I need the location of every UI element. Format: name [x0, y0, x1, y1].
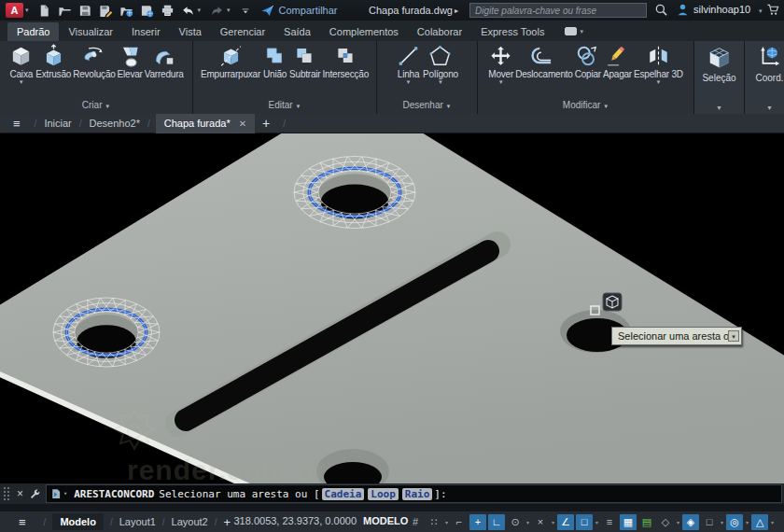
box-button[interactable]: Caixa▼: [7, 44, 35, 85]
toggle-3d-object-snap[interactable]: ◇: [657, 514, 674, 530]
user-icon[interactable]: [676, 3, 690, 17]
toggle-snap[interactable]: ∷: [426, 514, 442, 530]
ribbon-tab-complementos[interactable]: Complementos: [320, 22, 408, 41]
open-web-mobile-button[interactable]: [119, 4, 133, 18]
space-mode-label[interactable]: MODELO: [363, 515, 408, 526]
layout-tab-layout2[interactable]: Layout2: [172, 516, 208, 527]
search-input[interactable]: [469, 3, 647, 18]
save-as-button[interactable]: [99, 4, 113, 18]
toggle-object-snap-caret-icon[interactable]: ▾: [595, 519, 598, 525]
ribbon-tab-express-tools[interactable]: Express Tools: [471, 22, 553, 41]
ribbon-panel-sele-o[interactable]: Seleção▼: [694, 41, 745, 114]
subtract-button[interactable]: Subtrair: [288, 44, 321, 79]
ribbon-tab-inserir[interactable]: Inserir: [122, 22, 170, 41]
command-input[interactable]: ▾ ARESTACONCORD Selecionar uma aresta ou…: [46, 484, 782, 503]
coord-axes-caret-icon[interactable]: ▼: [766, 105, 773, 111]
ribbon-display-options-button[interactable]: ▾: [565, 27, 583, 41]
intersect-button[interactable]: Intersecção: [322, 44, 371, 79]
file-tab-desenho2-[interactable]: Desenho2*: [88, 118, 142, 129]
ribbon-tab-colaborar[interactable]: Colaborar: [408, 22, 471, 41]
ribbon-panel-footer-modificar[interactable]: Modificar ▼: [478, 100, 693, 114]
offset-button[interactable]: Deslocamento: [514, 44, 574, 79]
polygon-caret-icon[interactable]: ▼: [438, 80, 443, 85]
save-file-button[interactable]: [78, 4, 92, 18]
file-tab-iniciar[interactable]: Iniciar: [42, 118, 73, 129]
toggle-grid[interactable]: #: [407, 514, 424, 530]
command-option-raio[interactable]: Raio: [402, 488, 433, 500]
new-tab-button[interactable]: +: [262, 116, 270, 131]
toggle-gizmo[interactable]: ◎: [726, 514, 743, 530]
undo-button[interactable]: ▾: [181, 4, 204, 18]
erase-button[interactable]: Apagar: [602, 44, 633, 79]
redo-button[interactable]: ▾: [210, 4, 233, 18]
plot-button[interactable]: [161, 4, 175, 18]
toggle-3d-object-snap-caret-icon[interactable]: ▾: [677, 519, 679, 525]
layout-menu-icon[interactable]: ≡: [19, 515, 26, 529]
copy-button[interactable]: Copiar: [574, 44, 602, 79]
signed-in-username[interactable]: silvinhoap10: [693, 4, 750, 15]
command-line-close-icon[interactable]: ×: [17, 487, 23, 500]
line-caret-icon[interactable]: ▼: [406, 80, 412, 85]
app-menu-button[interactable]: A: [6, 3, 23, 18]
toggle-isodraft-caret-icon[interactable]: ▾: [552, 519, 554, 525]
toggle-gizmo-caret-icon[interactable]: ▾: [746, 519, 749, 525]
toggle-snap-caret-icon[interactable]: ▾: [445, 519, 448, 525]
loft-button[interactable]: Elevar: [117, 44, 144, 79]
line-button[interactable]: Linha▼: [395, 44, 422, 85]
ribbon-tab-gerenciar[interactable]: Gerenciar: [211, 22, 274, 41]
close-tab-icon[interactable]: ✕: [239, 119, 246, 129]
ribbon-panel-coord-[interactable]: Coord.▼: [745, 41, 784, 114]
command-history-icon[interactable]: [50, 488, 62, 499]
toggle-dynamic-input[interactable]: +: [469, 514, 486, 530]
command-line-wrench-icon[interactable]: [29, 488, 41, 500]
union-button[interactable]: União: [261, 44, 288, 79]
command-option-cadeia[interactable]: Cadeia: [322, 488, 365, 500]
toggle-annotation-visibility-caret-icon[interactable]: ▾: [771, 519, 774, 525]
extrude-button[interactable]: Extrusão: [35, 44, 72, 79]
toggle-dynamic-ucs[interactable]: ◈: [682, 514, 699, 530]
selection-cube-caret-icon[interactable]: ▼: [716, 105, 722, 111]
toggle-polar-tracking[interactable]: ⊙: [507, 514, 524, 530]
ribbon-panel-footer-editar[interactable]: Editar ▼: [193, 100, 376, 114]
collapse-arrow-icon[interactable]: ▸: [455, 7, 458, 15]
layout-tab-layout1[interactable]: Layout1: [119, 516, 156, 527]
move-caret-icon[interactable]: ▼: [498, 80, 504, 85]
toggle-lineweight[interactable]: ≡: [601, 514, 618, 530]
toggle-selection-filtering[interactable]: □: [701, 514, 718, 530]
toggle-transparency[interactable]: ▦: [620, 514, 637, 530]
polygon-button[interactable]: Polígono▼: [422, 44, 459, 85]
ribbon-tab-visualizar[interactable]: Visualizar: [59, 22, 122, 41]
mirror3d-caret-icon[interactable]: ▼: [655, 80, 661, 85]
save-web-mobile-button[interactable]: [140, 4, 154, 18]
ribbon-tab-vista[interactable]: Vista: [170, 22, 211, 41]
mirror3d-button[interactable]: Espelhar 3D▼: [633, 44, 684, 85]
app-store-cart-icon[interactable]: [766, 3, 780, 17]
command-history-caret-icon[interactable]: ▾: [63, 490, 67, 497]
toggle-ortho[interactable]: ∟: [488, 514, 505, 530]
file-tabs-menu-icon[interactable]: ≡: [13, 117, 20, 131]
drawing-canvas[interactable]: Selecionar uma aresta ou ▾: [0, 133, 784, 483]
ribbon-tab-padr-o[interactable]: Padrão: [7, 22, 59, 41]
sweep-button[interactable]: Varredura: [144, 44, 185, 79]
customize-quick-access-button[interactable]: [240, 5, 251, 16]
ribbon-panel-footer-criar[interactable]: Criar ▼: [0, 100, 192, 114]
redo-caret-icon[interactable]: ▾: [227, 7, 231, 14]
search-icon[interactable]: [654, 3, 668, 17]
app-menu-caret-icon[interactable]: ▾: [25, 7, 29, 14]
toggle-annotation-visibility[interactable]: △: [751, 514, 768, 530]
layout-tab-modelo[interactable]: Modelo: [52, 513, 104, 530]
open-file-button[interactable]: [58, 4, 72, 18]
ribbon-panel-footer-desenhar[interactable]: Desenhar ▼: [377, 100, 477, 114]
toggle-selection-cycling[interactable]: ▤: [638, 514, 655, 530]
file-tab-chapa-furada-[interactable]: Chapa furada*✕: [156, 114, 255, 133]
new-file-button[interactable]: [37, 4, 51, 18]
command-option-loop[interactable]: Loop: [368, 488, 399, 500]
revolve-button[interactable]: Revolução: [72, 44, 116, 79]
account-caret-icon[interactable]: ▾: [759, 7, 763, 15]
presspull-button[interactable]: Empurrarpuxar: [200, 44, 261, 79]
toggle-isodraft[interactable]: ×: [532, 514, 549, 530]
command-line-grip[interactable]: [3, 486, 10, 501]
toggle-polar-tracking-caret-icon[interactable]: ▾: [526, 519, 529, 525]
toggle-object-snap[interactable]: □: [576, 514, 593, 530]
toggle-selection-filtering-caret-icon[interactable]: ▾: [721, 519, 723, 525]
